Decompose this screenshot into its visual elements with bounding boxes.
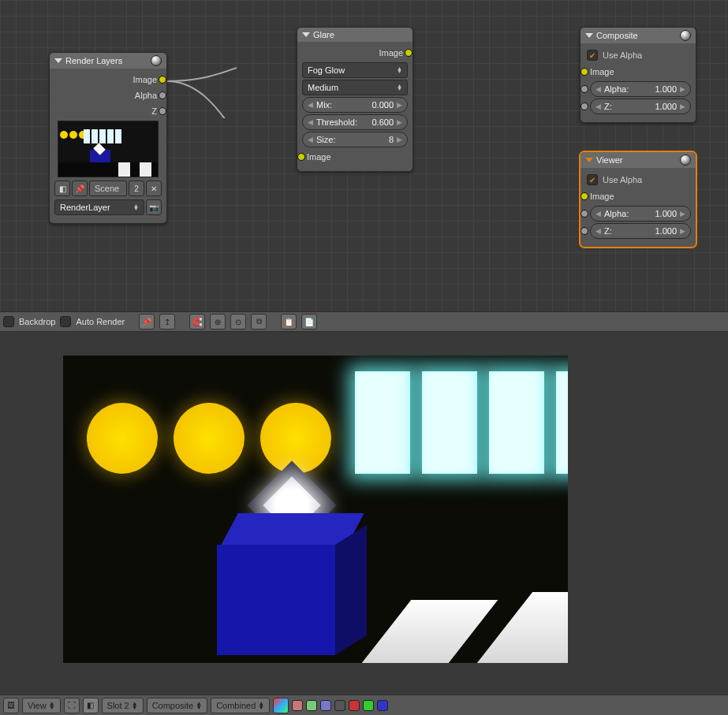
node-title: Composite [596, 31, 680, 40]
image-output-socket[interactable] [405, 49, 413, 57]
remove-scene-icon[interactable]: ✕ [146, 181, 162, 196]
editor-type-icon[interactable]: 🖼 [3, 698, 19, 713]
backdrop-label: Backdrop [19, 317, 55, 326]
image-input-socket[interactable] [297, 153, 305, 161]
backdrop-checkbox[interactable] [3, 316, 14, 327]
copy-nodes-icon[interactable]: ⧉ [251, 314, 267, 330]
node-render-layers[interactable]: Render Layers Image Alpha Z ◧ 📌 Scene 2 … [49, 52, 167, 224]
preview-sphere-icon[interactable] [680, 155, 691, 166]
auto-render-checkbox[interactable] [60, 316, 71, 327]
collapse-icon[interactable] [585, 33, 593, 38]
socket-label: Alpha [135, 91, 157, 100]
collapse-icon[interactable] [585, 158, 593, 162]
node-editor-header: Backdrop Auto Render 📌 ↥ 🧲 ⊕ ⊙ ⧉ 📋 📄 [0, 311, 728, 332]
preview-sphere-icon[interactable] [151, 55, 162, 66]
node-header[interactable]: Composite [581, 28, 696, 43]
pin-icon[interactable]: 📌 [139, 314, 155, 330]
image-editor-area[interactable] [0, 332, 728, 695]
channel-a-icon[interactable] [334, 700, 345, 711]
channel-r2-icon[interactable] [349, 700, 360, 711]
threshold-field[interactable]: ◀Threshold:0.600▶ [302, 114, 408, 130]
alpha-field[interactable]: ◀Alpha:1.000▶ [590, 206, 691, 222]
z-output-socket[interactable] [159, 107, 166, 115]
scene-browse-icon[interactable]: ◧ [54, 181, 70, 196]
mix-field[interactable]: ◀Mix:0.000▶ [302, 97, 408, 113]
collapse-icon[interactable] [302, 32, 310, 37]
image-editor-header: 🖼 View▲▼ ⛶ ◧ Slot 2▲▼ Composite▲▼ Combin… [0, 695, 728, 715]
collapse-icon[interactable] [54, 58, 62, 63]
node-title: Viewer [596, 155, 680, 165]
pin-icon[interactable]: 📌 [72, 181, 88, 196]
glare-quality-dropdown[interactable]: Medium▲▼ [302, 80, 408, 95]
scene-name-field[interactable]: Scene [89, 181, 127, 196]
image-output-socket[interactable] [159, 76, 166, 84]
node-composite[interactable]: Composite ✔Use Alpha Image ◀Alpha:1.000▶… [580, 27, 696, 123]
image-input-socket[interactable] [581, 192, 588, 200]
socket-label: Z [151, 106, 157, 116]
node-title: Render Layers [65, 56, 151, 65]
image-input-socket[interactable] [581, 68, 588, 76]
display-color-icon[interactable] [273, 698, 289, 713]
alpha-input-socket[interactable] [581, 85, 588, 93]
alpha-field[interactable]: ◀Alpha:1.000▶ [590, 81, 691, 97]
z-input-socket[interactable] [581, 102, 588, 110]
render-single-layer-icon[interactable]: 📷 [146, 199, 162, 215]
node-viewer[interactable]: Viewer ✔Use Alpha Image ◀Alpha:1.000▶ ◀Z… [580, 151, 696, 248]
use-alpha-label: Use Alpha [603, 175, 642, 184]
auto-render-label: Auto Render [76, 317, 125, 326]
node-header[interactable]: Viewer [581, 152, 696, 168]
channel-g-icon[interactable] [306, 700, 317, 711]
scene-users[interactable]: 2 [129, 181, 144, 196]
glare-type-dropdown[interactable]: Fog Glow▲▼ [302, 62, 408, 78]
render-thumbnail [58, 121, 159, 177]
channel-b2-icon[interactable] [377, 700, 388, 711]
use-alpha-checkbox[interactable]: ✔ [587, 174, 598, 185]
go-parent-icon[interactable]: ↥ [159, 314, 175, 330]
paste-nodes-icon[interactable]: 📋 [281, 314, 297, 330]
socket-label: Image [379, 48, 403, 58]
use-alpha-checkbox[interactable]: ✔ [587, 50, 598, 61]
node-header[interactable]: Render Layers [50, 53, 166, 69]
preview-sphere-icon[interactable] [680, 30, 691, 41]
frame-icon[interactable]: ⛶ [64, 698, 80, 713]
channel-b-icon[interactable] [320, 700, 331, 711]
socket-label: Image [590, 192, 614, 201]
channel-g2-icon[interactable] [363, 700, 374, 711]
snap-type-icon[interactable]: ⊕ [210, 314, 226, 330]
snap-icon[interactable]: 🧲 [189, 314, 205, 330]
socket-label: Image [133, 75, 157, 84]
render-layer-dropdown[interactable]: RenderLayer▲▼ [54, 199, 144, 215]
size-field[interactable]: ◀Size:8▶ [302, 132, 408, 147]
render-result-image [63, 356, 568, 663]
socket-label: Image [307, 152, 331, 162]
render-pass-menu[interactable]: Combined▲▼ [211, 698, 270, 713]
socket-label: Image [590, 67, 614, 76]
node-title: Glare [313, 30, 408, 39]
compositor-node-editor[interactable]: Render Layers Image Alpha Z ◧ 📌 Scene 2 … [0, 0, 728, 311]
clipboard-icon[interactable]: 📄 [301, 314, 317, 330]
z-field[interactable]: ◀Z:1.000▶ [590, 223, 691, 239]
slot-menu[interactable]: Slot 2▲▼ [102, 698, 144, 713]
use-alpha-label: Use Alpha [603, 50, 642, 60]
z-input-socket[interactable] [581, 227, 588, 235]
image-browse-icon[interactable]: ◧ [83, 698, 99, 713]
z-field[interactable]: ◀Z:1.000▶ [590, 99, 691, 114]
alpha-input-socket[interactable] [581, 210, 588, 218]
node-header[interactable]: Glare [297, 28, 413, 42]
view-menu[interactable]: View▲▼ [22, 698, 61, 713]
render-layer-menu[interactable]: Composite▲▼ [147, 698, 208, 713]
channel-r-icon[interactable] [292, 700, 303, 711]
alpha-output-socket[interactable] [159, 91, 166, 99]
snap-target-icon[interactable]: ⊙ [230, 314, 246, 330]
node-glare[interactable]: Glare Image Fog Glow▲▼ Medium▲▼ ◀Mix:0.0… [297, 27, 413, 172]
